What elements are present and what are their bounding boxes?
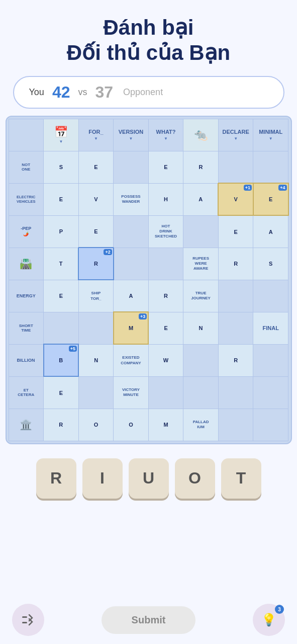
cell-6-6-final: FINAL: [253, 312, 288, 344]
left-clue-2: ELECTRICVEHICLES: [9, 183, 44, 215]
cell-8-0[interactable]: E: [44, 376, 79, 409]
cell-3-5[interactable]: E: [218, 215, 253, 248]
top-clue-2: WHAT?: [148, 119, 183, 151]
cell-5-6: [253, 280, 288, 312]
cell-3-6[interactable]: A: [253, 215, 288, 248]
cell-7-2: EXISTED COMPANY: [114, 344, 149, 376]
cell-8-5: [218, 376, 253, 409]
tile-u[interactable]: U: [129, 458, 169, 499]
svg-rect-1: [22, 622, 27, 623]
cell-4-6[interactable]: S: [253, 248, 288, 280]
left-clue-3: -pep🌶️: [9, 215, 44, 248]
cell-7-4: [183, 344, 219, 376]
cell-7-6: [253, 344, 288, 376]
left-clue-6: SHORTTIME: [9, 312, 44, 344]
cell-1-2: [114, 151, 149, 183]
cell-4-4: RUPEES WERE AWARE: [183, 248, 219, 280]
cell-3-3: HOT DRINK SKETCHED: [148, 215, 183, 248]
top-clue-4: MINIMAL: [253, 119, 288, 151]
cell-7-3[interactable]: W: [148, 344, 183, 376]
cell-5-5: [218, 280, 253, 312]
cell-6-3[interactable]: E: [148, 312, 183, 344]
submit-button[interactable]: Submit: [102, 606, 196, 634]
left-clue-8: ETCETERA: [9, 376, 44, 409]
tile-i[interactable]: I: [82, 458, 123, 499]
cell-8-4: [183, 376, 219, 409]
cell-1-6: [253, 151, 288, 183]
cell-3-1[interactable]: E: [78, 215, 114, 248]
cell-2-6[interactable]: +4E: [253, 183, 288, 215]
cell-1-4[interactable]: R: [183, 151, 219, 183]
you-score: 42: [52, 83, 70, 102]
shuffle-button[interactable]: [12, 604, 44, 636]
cell-2-3[interactable]: H: [148, 183, 183, 215]
opp-score: 37: [95, 83, 113, 102]
left-clue-9: 🏛️: [9, 409, 44, 441]
top-clue-0: FOR_: [78, 119, 114, 151]
left-clue-4: 🛣️: [9, 248, 44, 280]
cell-7-0[interactable]: +5B: [44, 344, 79, 376]
svg-rect-0: [22, 616, 27, 618]
cell-4-0[interactable]: T: [44, 248, 79, 280]
tile-o[interactable]: O: [175, 458, 215, 499]
title-section: Đánh bại Đối thủ của Bạn: [57, 0, 240, 76]
cell-8-2: VICTORY MINUTE: [114, 376, 149, 409]
you-label: You: [29, 87, 44, 98]
tile-t[interactable]: T: [221, 458, 261, 499]
cell-5-0[interactable]: E: [44, 280, 79, 312]
left-clue-5: ENERGY: [9, 280, 44, 312]
cell-4-1[interactable]: +2R: [78, 248, 114, 280]
top-clue-rat: 🐀: [183, 119, 219, 151]
cell-4-2: [114, 248, 149, 280]
cell-6-2[interactable]: +3M: [114, 312, 149, 344]
title-line1: Đánh bại: [67, 15, 230, 40]
cell-5-1: SHIP TOR_: [78, 280, 114, 312]
cell-6-4[interactable]: N: [183, 312, 219, 344]
cell-1-0[interactable]: S: [44, 151, 79, 183]
tile-rack: R I U O T: [36, 458, 261, 499]
opp-label: Opponent: [123, 87, 163, 98]
cell-2-0[interactable]: E: [44, 183, 79, 215]
cell-9-1[interactable]: O: [78, 409, 114, 441]
hint-button[interactable]: 3 💡: [253, 604, 285, 636]
hint-badge: 3: [275, 605, 284, 614]
cell-6-0: [44, 312, 79, 344]
cell-7-1[interactable]: N: [78, 344, 114, 376]
cell-9-2[interactable]: O: [114, 409, 149, 441]
title-line2: Đối thủ của Bạn: [67, 40, 230, 65]
cell-3-0[interactable]: P: [44, 215, 79, 248]
cell-2-4[interactable]: A: [183, 183, 219, 215]
cell-1-5: [218, 151, 253, 183]
cell-9-3[interactable]: M: [148, 409, 183, 441]
cell-8-1: [78, 376, 114, 409]
top-clue-img: 📅: [44, 119, 79, 151]
cell-7-5[interactable]: R: [218, 344, 253, 376]
game-grid: 📅 FOR_ VERSION WHAT? 🐀 DECLARE MINIMAL N…: [6, 116, 292, 444]
cell-6-1: [78, 312, 114, 344]
cell-1-1[interactable]: E: [78, 151, 114, 183]
cell-8-3: [148, 376, 183, 409]
cell-9-0[interactable]: R: [44, 409, 79, 441]
cell-2-5[interactable]: +1V: [218, 183, 253, 215]
score-bar: You 42 vs 37 Opponent: [13, 76, 284, 109]
top-clue-1: VERSION: [114, 119, 149, 151]
cell-2-1[interactable]: V: [78, 183, 114, 215]
cell-9-5: [218, 409, 253, 441]
left-clue-1: NOTONE: [9, 151, 44, 183]
cell-3-2: [114, 215, 149, 248]
top-clue-3: DECLARE: [218, 119, 253, 151]
cell-5-4: TRUE JOURNEY: [183, 280, 219, 312]
tile-r[interactable]: R: [36, 458, 76, 499]
cell-9-4: PALLAD IUM: [183, 409, 219, 441]
cell-6-5: [218, 312, 253, 344]
cell-9-6: [253, 409, 288, 441]
cell-1-3[interactable]: E: [148, 151, 183, 183]
vs-label: vs: [78, 87, 87, 98]
bottom-bar: Submit 3 💡: [0, 596, 297, 644]
cell-5-3[interactable]: R: [148, 280, 183, 312]
cell-3-4: [183, 215, 219, 248]
cell-4-3: [148, 248, 183, 280]
cell-8-6: [253, 376, 288, 409]
cell-5-2[interactable]: A: [114, 280, 149, 312]
cell-4-5[interactable]: R: [218, 248, 253, 280]
